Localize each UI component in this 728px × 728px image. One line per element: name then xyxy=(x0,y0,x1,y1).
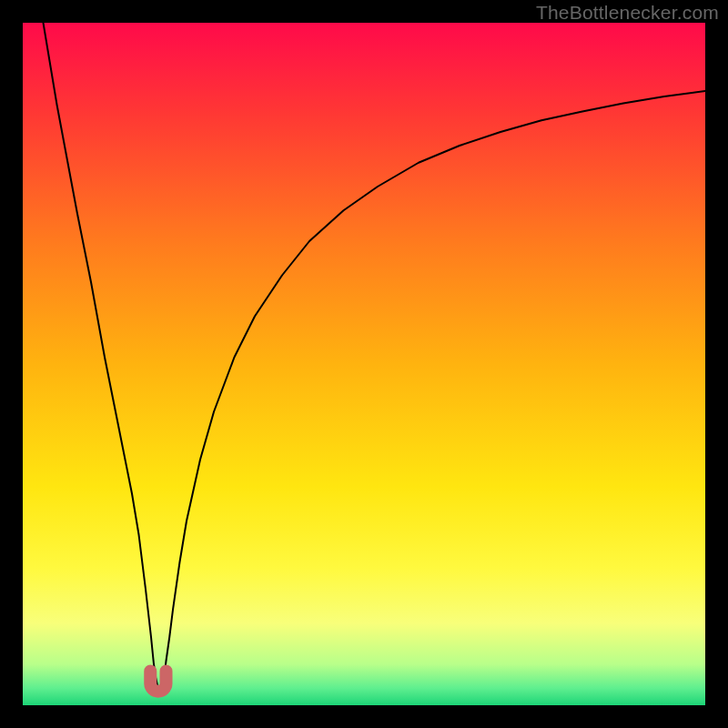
plot-area xyxy=(23,23,705,705)
gradient-background xyxy=(23,23,705,705)
watermark-text: TheBottlenecker.com xyxy=(536,2,719,24)
chart-frame: TheBottlenecker.com xyxy=(0,0,728,728)
bottleneck-chart xyxy=(23,23,705,705)
